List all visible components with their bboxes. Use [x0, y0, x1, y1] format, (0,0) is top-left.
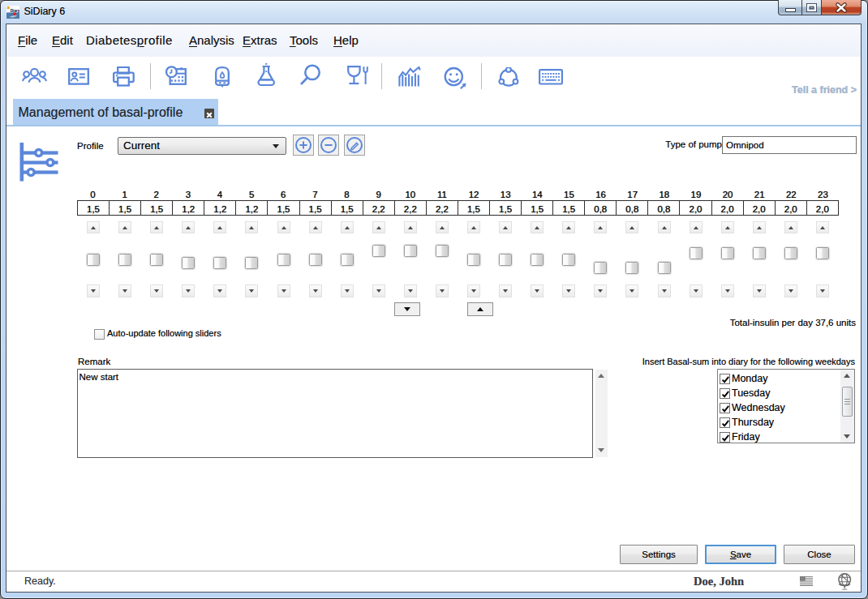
svg-text:Diary: Diary: [11, 9, 19, 13]
